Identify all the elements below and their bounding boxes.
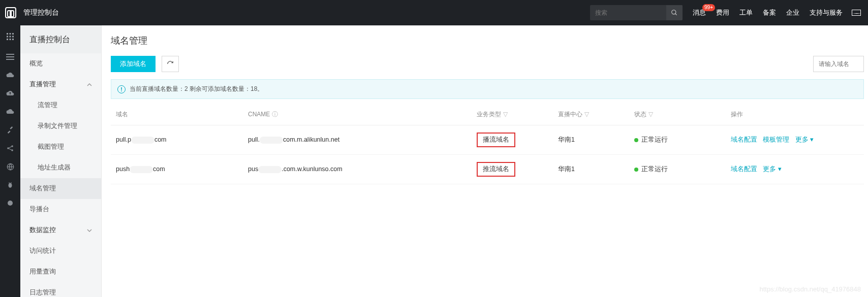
global-search bbox=[590, 5, 683, 20]
svg-point-0 bbox=[672, 10, 676, 14]
top-links: 消息99+ 费用 工单 备案 企业 支持与服务 bbox=[683, 8, 861, 17]
messages-badge: 99+ bbox=[702, 4, 715, 11]
nav-messages[interactable]: 消息99+ bbox=[693, 8, 706, 17]
console-title: 管理控制台 bbox=[23, 8, 59, 17]
search-input[interactable] bbox=[590, 5, 666, 20]
brand-logo bbox=[5, 7, 16, 18]
svg-line-1 bbox=[675, 14, 677, 15]
nav-support[interactable]: 支持与服务 bbox=[810, 8, 843, 17]
nav-enterprise[interactable]: 企业 bbox=[786, 8, 799, 17]
nav-orders[interactable]: 工单 bbox=[739, 8, 753, 17]
topbar: 管理控制台 消息99+ 费用 工单 备案 企业 支持与服务 bbox=[0, 0, 868, 25]
nav-icp[interactable]: 备案 bbox=[763, 8, 776, 17]
nav-fees[interactable]: 费用 bbox=[716, 8, 729, 17]
mail-icon[interactable] bbox=[852, 10, 861, 16]
search-button[interactable] bbox=[666, 5, 683, 20]
